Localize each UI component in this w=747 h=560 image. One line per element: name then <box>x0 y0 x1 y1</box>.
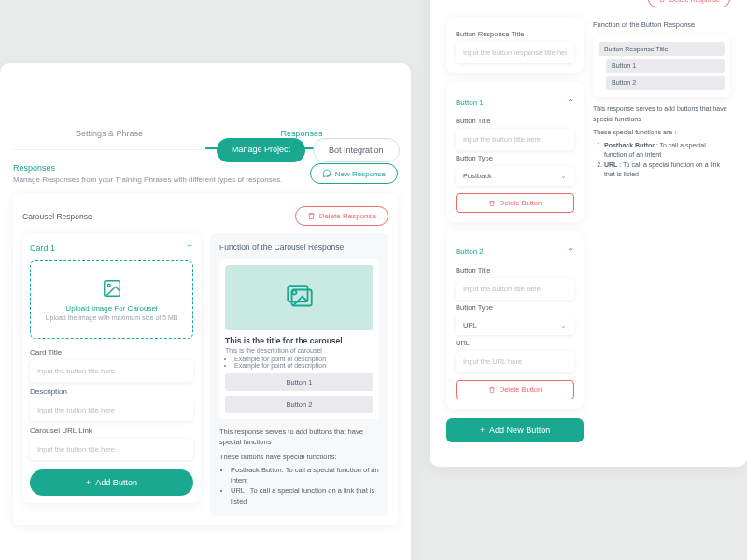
card-title-input[interactable] <box>30 360 193 382</box>
chip-title: Button Response Title <box>599 42 725 56</box>
button-type-label: Button Type <box>456 154 574 162</box>
button-2-type-select[interactable]: URL ⌄ <box>456 315 574 335</box>
button-2-card: Button 2 ⌃ Button Title Button Type URL … <box>446 231 584 409</box>
button-hint: Function of the Button Response Button R… <box>593 21 730 180</box>
button-1-title-input[interactable] <box>456 129 574 150</box>
responses-header: Responses Manage Responses from your Tra… <box>13 160 398 193</box>
preview-button-2: Button 2 <box>225 396 374 413</box>
chevron-down-icon: ⌄ <box>560 321 567 329</box>
button-2-header[interactable]: Button 2 ⌃ <box>456 241 574 262</box>
right-panel: Button Response Delete Response Button R… <box>430 0 747 467</box>
delete-button-1[interactable]: Delete Button <box>456 193 574 213</box>
url-label: URL <box>456 339 574 347</box>
preview-image <box>225 265 374 330</box>
chevron-down-icon: ⌄ <box>560 172 567 180</box>
delete-response-button[interactable]: Delete Response <box>648 0 730 7</box>
trash-icon <box>307 212 316 220</box>
button-title-label: Button Title <box>456 266 574 274</box>
brt-input[interactable] <box>456 42 574 63</box>
upload-dropzone[interactable]: Upload Image For Carousel Upload the ima… <box>30 260 193 339</box>
responses-title: Responses <box>13 163 282 173</box>
trash-icon <box>488 200 496 207</box>
chat-icon <box>322 169 331 178</box>
button-response-header: Button Response Delete Response <box>446 0 730 7</box>
top-nav: Manage Project Bot Integration <box>217 138 400 162</box>
svg-point-4 <box>292 290 296 294</box>
carousel-url-label: Carousel URL Link <box>30 427 193 435</box>
left-panel: Manage Project Bot Integration Settings … <box>0 63 411 560</box>
carousel-url-input[interactable] <box>30 439 193 460</box>
manage-project-button[interactable]: Manage Project <box>217 138 305 162</box>
card-1-header[interactable]: Card 1 ⌃ <box>30 241 193 260</box>
description-input[interactable] <box>30 399 193 421</box>
preview-button-1: Button 1 <box>225 373 374 391</box>
plus-icon: + <box>480 426 485 435</box>
delete-button-2[interactable]: Delete Button <box>456 380 574 399</box>
bot-integration-button[interactable]: Bot Integration <box>313 138 400 162</box>
chip-b2: Button 2 <box>606 76 725 90</box>
images-icon <box>284 282 316 314</box>
button-1-type-select[interactable]: Postback ⌄ <box>456 166 574 186</box>
chevron-up-icon: ⌃ <box>567 246 574 257</box>
card-title-label: Card Title <box>30 348 193 357</box>
description-label: Description <box>30 387 193 396</box>
svg-point-1 <box>107 284 110 287</box>
button-type-label: Button Type <box>456 303 574 312</box>
brt-label: Button Response Title <box>456 30 574 38</box>
add-button[interactable]: + Add Button <box>30 469 193 496</box>
new-response-button[interactable]: New Response <box>310 163 398 184</box>
button-2-url-input[interactable] <box>456 351 574 372</box>
trash-icon <box>488 386 496 394</box>
responses-desc: Manage Responses from your Training Phra… <box>13 175 282 184</box>
button-response-title-card: Button Response Title <box>446 17 584 73</box>
hint-title: Function of the Button Response <box>593 21 730 29</box>
button-title-label: Button Title <box>456 117 574 125</box>
button-1-header[interactable]: Button 1 ⌃ <box>456 91 574 113</box>
tab-settings[interactable]: Settings & Phrase <box>13 119 205 149</box>
carousel-title: Carousel Response <box>22 212 92 221</box>
hint-preview: Button Response Title Button 1 Button 2 <box>593 35 730 97</box>
chevron-up-icon: ⌃ <box>567 97 574 107</box>
preview-title: This is the title for the carousel <box>225 336 374 345</box>
button-2-title-input[interactable] <box>456 278 574 300</box>
hint-title: Function of the Carousel Response <box>219 243 379 252</box>
chevron-up-icon: ⌃ <box>186 243 193 253</box>
card-1: Card 1 ⌃ Upload Image For Carousel Uploa… <box>22 233 201 503</box>
carousel-hint: Function of the Carousel Response This i… <box>210 233 388 516</box>
preview-desc: This is the description of carousel Exam… <box>225 347 374 369</box>
image-icon <box>102 278 122 299</box>
chip-b1: Button 1 <box>606 59 725 73</box>
add-new-button[interactable]: + Add New Button <box>446 418 584 442</box>
trash-icon <box>658 0 666 3</box>
button-1-card: Button 1 ⌃ Button Title Button Type Post… <box>446 82 584 222</box>
carousel-response-card: Carousel Response Delete Response Card 1… <box>13 193 398 525</box>
delete-response-button[interactable]: Delete Response <box>295 206 388 226</box>
plus-icon: + <box>86 478 91 487</box>
